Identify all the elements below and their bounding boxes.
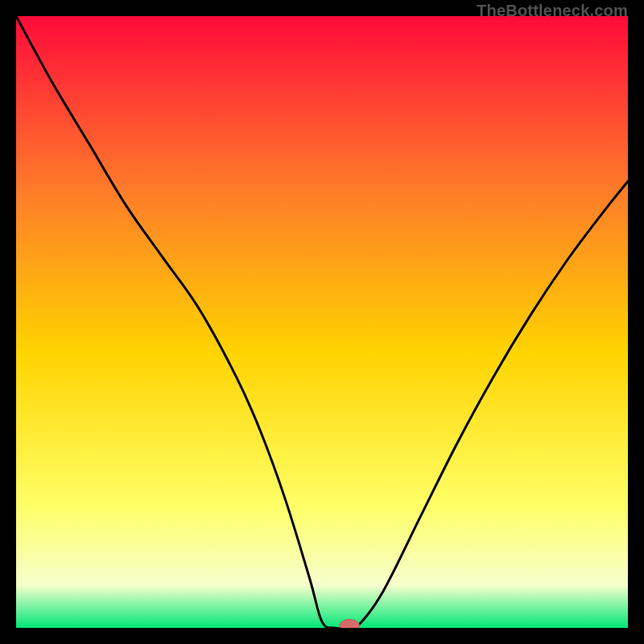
watermark-text: TheBottleneck.com [477, 2, 628, 20]
gradient-background [16, 16, 628, 628]
plot-area [16, 16, 628, 628]
chart-svg [16, 16, 628, 628]
optimal-point-marker [340, 619, 359, 628]
chart-frame: TheBottleneck.com [0, 0, 644, 644]
